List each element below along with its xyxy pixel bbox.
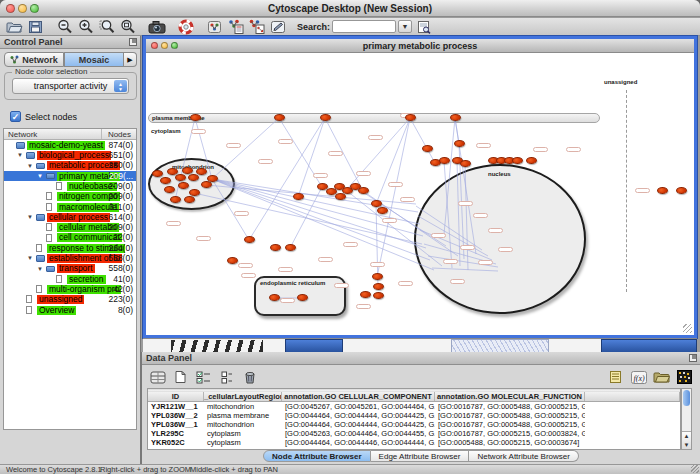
notes-icon[interactable] xyxy=(606,369,625,385)
tree-item[interactable]: cell communicat22(0) xyxy=(4,233,136,243)
tree-item[interactable]: nucleobase-209(0) xyxy=(4,181,136,191)
apply-layout-a-icon[interactable] xyxy=(226,19,245,35)
apply-layout-b-icon[interactable] xyxy=(247,19,266,35)
network-node[interactable] xyxy=(335,193,346,200)
disclosure-triangle-icon[interactable]: ▼ xyxy=(37,265,43,274)
network-node[interactable] xyxy=(676,187,687,194)
help-lifesaver-icon[interactable] xyxy=(176,19,195,35)
tree-item[interactable]: ▼metabolic process280(0) xyxy=(4,161,136,171)
delete-attribute-icon[interactable] xyxy=(240,369,259,385)
network-frame-titlebar[interactable]: primary metabolic process xyxy=(146,39,694,53)
tree-item[interactable]: macromolecule311(0) xyxy=(4,202,136,212)
network-node[interactable] xyxy=(207,175,218,182)
select-attributes-icon[interactable] xyxy=(194,369,213,385)
table-row[interactable]: YPL036W__1mitochondrion[GO:0044464, GO:0… xyxy=(148,420,680,429)
column-header[interactable]: _cellularLayoutRegion xyxy=(204,392,282,401)
network-node[interactable] xyxy=(227,257,238,264)
network-node[interactable] xyxy=(170,196,181,203)
table-row[interactable]: YJR121W__1mitochondrion[GO:0045267, GO:0… xyxy=(148,402,680,411)
open-file-icon[interactable] xyxy=(5,19,24,35)
network-node[interactable] xyxy=(454,140,465,147)
network-node[interactable] xyxy=(184,196,195,203)
network-node[interactable] xyxy=(285,244,296,251)
network-node[interactable] xyxy=(270,244,281,251)
table-row[interactable]: YKR052Ccytoplasm[GO:0044464, GO:0044446,… xyxy=(148,438,680,447)
network-node[interactable] xyxy=(460,160,471,167)
frame-close-button[interactable] xyxy=(151,42,158,49)
search-input[interactable] xyxy=(332,20,396,33)
network-node[interactable] xyxy=(178,182,189,189)
zoom-fit-icon[interactable] xyxy=(118,19,137,35)
tree-item[interactable]: unassigned223(0) xyxy=(4,294,136,304)
network-node[interactable] xyxy=(297,294,308,301)
network-node[interactable] xyxy=(526,157,537,164)
select-nodes-checkbox[interactable]: ✓ xyxy=(10,111,21,122)
combobox-stepper-icon[interactable]: ▲▼ xyxy=(114,80,127,92)
float-panel-icon[interactable] xyxy=(129,38,137,46)
network-node[interactable] xyxy=(358,187,369,194)
tab-overflow-arrow[interactable]: ▶ xyxy=(124,52,137,67)
tree-item[interactable]: ▼cellular process614(0) xyxy=(4,212,136,222)
network-node[interactable] xyxy=(657,187,668,194)
tree-item[interactable]: ▼establishment of lo558(0) xyxy=(4,253,136,263)
network-node[interactable] xyxy=(439,157,450,164)
network-frame[interactable]: primary metabolic process plasma membran… xyxy=(143,36,697,338)
tree-item[interactable]: multi-organism pro42(0) xyxy=(4,284,136,294)
tree-item[interactable]: ▼biological_process651(0) xyxy=(4,150,136,160)
search-dropdown-button[interactable]: ▼ xyxy=(398,20,412,33)
network-node[interactable] xyxy=(293,193,304,200)
column-header[interactable]: annotation.GO MOLECULAR_FUNCTION xyxy=(435,392,585,401)
tab-edge-attribute-browser[interactable]: Edge Attribute Browser xyxy=(371,450,470,462)
network-node[interactable] xyxy=(512,157,523,164)
plugin-manager-icon[interactable] xyxy=(205,19,224,35)
network-node[interactable] xyxy=(188,174,199,181)
network-node[interactable] xyxy=(244,236,255,243)
tree-item[interactable]: cellular metabo209(0) xyxy=(4,222,136,232)
tree-item[interactable]: nitrogen compo209(0) xyxy=(4,191,136,201)
zoom-window-button[interactable] xyxy=(30,4,39,13)
network-node[interactable] xyxy=(190,114,201,121)
network-node[interactable] xyxy=(160,177,171,184)
tree-item[interactable]: ▼transport558(0) xyxy=(4,264,136,274)
tab-node-attribute-browser[interactable]: Node Attribute Browser xyxy=(263,450,371,462)
network-node[interactable] xyxy=(372,273,383,280)
network-node[interactable] xyxy=(405,114,416,121)
network-node[interactable] xyxy=(175,174,186,181)
visual-styles-icon[interactable] xyxy=(268,19,287,35)
tree-item[interactable]: secretion41(0) xyxy=(4,274,136,284)
save-session-icon[interactable] xyxy=(26,19,45,35)
network-node[interactable] xyxy=(450,114,461,121)
frame-resize-grip[interactable] xyxy=(683,324,692,333)
function-builder-icon[interactable]: f(x) xyxy=(629,369,648,385)
network-node[interactable] xyxy=(269,294,280,301)
disclosure-triangle-icon[interactable]: ▼ xyxy=(27,254,33,263)
column-header[interactable]: ID xyxy=(148,392,204,401)
network-node[interactable] xyxy=(196,168,207,175)
attribute-matrix-icon[interactable] xyxy=(675,369,694,385)
zoom-out-icon[interactable] xyxy=(55,19,74,35)
table-row[interactable]: YLR295Ccytoplasm[GO:0045263, GO:0044464,… xyxy=(148,429,680,438)
network-node[interactable] xyxy=(373,292,384,299)
network-canvas[interactable]: plasma membrane cytoplasm mitochondrion … xyxy=(146,54,694,335)
close-window-button[interactable] xyxy=(6,4,15,13)
tree-item[interactable]: Overview8(0) xyxy=(4,305,136,315)
minimize-window-button[interactable] xyxy=(18,4,27,13)
disclosure-triangle-icon[interactable]: ▼ xyxy=(37,172,43,181)
unselect-attributes-icon[interactable] xyxy=(217,369,236,385)
color-attribute-combobox[interactable]: transporter activity▲▼ xyxy=(12,78,129,94)
snapshot-camera-icon[interactable] xyxy=(147,19,166,35)
network-node[interactable] xyxy=(373,283,384,290)
tab-network-attribute-browser[interactable]: Network Attribute Browser xyxy=(469,450,578,462)
network-node[interactable] xyxy=(371,200,382,207)
tree-item[interactable]: response to stimulu264(0) xyxy=(4,243,136,253)
disclosure-triangle-icon[interactable]: ▼ xyxy=(27,162,33,171)
network-node[interactable] xyxy=(182,167,193,174)
disclosure-triangle-icon[interactable]: ▼ xyxy=(27,213,33,222)
scroll-down-icon[interactable]: ▼ xyxy=(682,441,691,450)
zoom-selected-region-icon[interactable] xyxy=(97,19,116,35)
zoom-in-icon[interactable] xyxy=(76,19,95,35)
disclosure-triangle-icon[interactable]: ▼ xyxy=(17,151,23,160)
tree-item[interactable]: ▼primary metabo209(... xyxy=(4,171,136,181)
network-node[interactable] xyxy=(422,145,433,152)
network-node[interactable] xyxy=(360,291,371,298)
